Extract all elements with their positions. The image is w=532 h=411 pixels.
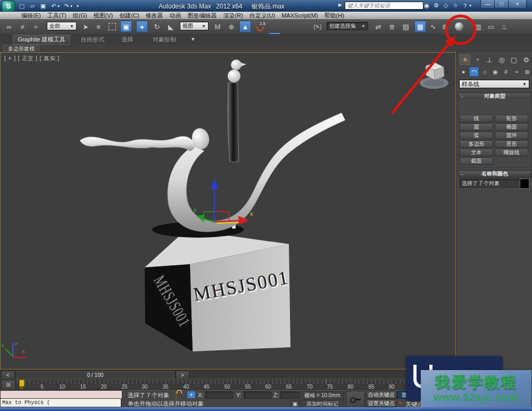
curve-editor-icon[interactable]: ∿ <box>427 21 439 32</box>
undo-dropdown-icon[interactable]: ▾ <box>56 2 61 10</box>
category-systems-icon[interactable]: ⊞ <box>522 67 532 77</box>
shape-button-helix[interactable]: 螺旋线 <box>495 149 528 156</box>
new-file-icon[interactable]: ▢ <box>17 2 27 10</box>
menu-edit[interactable]: 编辑(E) <box>18 12 44 20</box>
render-production-icon[interactable]: ♨ <box>498 21 510 32</box>
select-by-name-icon[interactable]: ≡ <box>93 21 104 32</box>
search-input[interactable] <box>345 2 423 10</box>
schematic-view-icon[interactable]: ⊞ <box>439 21 451 32</box>
tab-object-paint[interactable]: 对象绘制 <box>153 36 176 44</box>
menu-animation[interactable]: 动画 <box>167 12 185 20</box>
favorites-icon[interactable]: ☆ <box>451 2 460 10</box>
x-coordinate-field[interactable] <box>205 391 233 399</box>
app-logo-icon[interactable]: S <box>2 1 15 12</box>
auto-key-button[interactable]: 自动关键点 <box>366 391 397 399</box>
time-tag-icon[interactable]: ▣ <box>290 400 300 408</box>
menu-rendering[interactable]: 渲染(R) <box>220 12 246 20</box>
settings-icon[interactable]: ⚙ <box>432 2 440 10</box>
viewport-label[interactable]: [ + ] [ 正交 ] [ 真实 ] <box>4 55 60 62</box>
category-helpers-icon[interactable]: # <box>501 67 511 77</box>
mirror-tool-icon[interactable]: ⇄ <box>372 21 384 32</box>
category-lights-icon[interactable]: ☼ <box>480 67 489 77</box>
selection-lock-icon[interactable] <box>176 392 177 399</box>
menu-modifiers[interactable]: 修改器 <box>143 12 167 20</box>
z-coordinate-field[interactable] <box>280 391 300 399</box>
window-crossing-toggle-icon[interactable]: ▣ <box>120 21 132 32</box>
shape-button-section[interactable]: 截面 <box>460 157 493 165</box>
render-setup-icon[interactable]: ▥ <box>472 21 484 32</box>
windows-taskbar-sliver[interactable] <box>0 407 532 411</box>
shape-button-donut[interactable]: 圆环 <box>495 132 528 139</box>
category-cameras-icon[interactable]: ◉ <box>491 67 500 77</box>
select-and-scale-icon[interactable]: ◣ <box>165 21 177 32</box>
reference-coordsys-dropdown[interactable]: 视图▼ <box>180 22 209 30</box>
viewcube-widget[interactable] <box>420 63 448 89</box>
qat-overflow-icon[interactable]: ▾ <box>76 2 80 10</box>
set-key-button[interactable]: 设置关键点 <box>366 399 397 407</box>
communication-center-icon[interactable]: ◇ <box>442 2 450 10</box>
menu-maxscript[interactable]: MAXScript(M) <box>278 12 321 19</box>
layer-manager-icon[interactable]: ▤ <box>400 21 412 32</box>
close-button[interactable]: × <box>508 0 527 9</box>
redo-dropdown-icon[interactable]: ▾ <box>69 2 73 10</box>
maxscript-listener-field[interactable]: Max to Physcs ( <box>0 398 121 407</box>
menu-help[interactable]: 帮助(H) <box>321 12 347 20</box>
category-geometry-icon[interactable]: ● <box>459 67 468 77</box>
category-shapes-icon[interactable]: ◠ <box>469 67 479 77</box>
object-color-swatch[interactable] <box>520 179 529 189</box>
shape-button-text[interactable]: 文本 <box>460 149 493 156</box>
shape-button-arc[interactable]: 弧 <box>460 132 493 139</box>
panel-polygon-modeling[interactable]: 多边形建模 <box>3 45 39 52</box>
frame-indicator[interactable]: 0 / 100 <box>15 371 176 379</box>
select-and-rotate-icon[interactable]: ↻ <box>151 21 163 32</box>
prev-frame-button[interactable]: < <box>1 371 15 379</box>
tab-graphite-modeling[interactable]: Graphite 建模工具 <box>13 35 70 45</box>
shape-button-line[interactable]: 线 <box>460 115 493 122</box>
shape-button-star[interactable]: 星形 <box>495 140 528 148</box>
shape-button-ellipse[interactable]: 椭圆 <box>495 123 528 131</box>
selection-filter-dropdown[interactable]: 全部▼ <box>47 22 77 30</box>
set-keys-button[interactable] <box>346 391 365 408</box>
shape-category-dropdown[interactable]: 样条线 ▼ <box>459 80 529 88</box>
align-icon[interactable]: ≣ <box>386 21 398 32</box>
viewport[interactable]: MHSJS001 MHSJS001 MHSJS001 MHSJS001 <box>0 52 456 370</box>
minimize-button[interactable]: — <box>480 0 495 9</box>
y-coordinate-field[interactable] <box>244 391 271 399</box>
graphite-ribbon-toggle-icon[interactable]: ▦ <box>414 21 426 32</box>
panel-tab-modify-icon[interactable]: ◔ <box>472 54 483 65</box>
menu-views[interactable]: 视图(V) <box>90 12 117 20</box>
unlink-selection-icon[interactable]: ≠ <box>16 21 28 32</box>
add-time-tag[interactable]: 添加时间标记 <box>301 400 344 408</box>
panel-tab-hierarchy-icon[interactable]: ⊥ <box>484 54 495 65</box>
tab-freeform[interactable]: 自由形式 <box>81 36 104 44</box>
menu-create[interactable]: 创建(C) <box>116 12 142 20</box>
search-icon[interactable]: ◉ <box>422 2 431 10</box>
panel-tab-utilities-icon[interactable]: ⚙ <box>521 54 531 65</box>
maximize-button[interactable]: □ <box>494 0 509 9</box>
menu-graph-editors[interactable]: 图形编辑器 <box>185 12 220 20</box>
absolute-mode-icon[interactable]: + <box>187 391 195 398</box>
category-spacewarps-icon[interactable]: ≈ <box>512 67 521 77</box>
sculpture-figure[interactable] <box>80 60 345 238</box>
menu-group[interactable]: 组(G) <box>70 12 90 20</box>
select-object-icon[interactable]: ➤ <box>80 21 92 32</box>
rollout-name-color-header[interactable]: - 名称和颜色 <box>458 170 531 178</box>
search-expand-icon[interactable]: ▶ <box>338 2 342 7</box>
menu-tools[interactable]: 工具(T) <box>44 12 70 20</box>
open-file-icon[interactable]: ▱ <box>28 2 37 10</box>
shape-button-ngon[interactable]: 多边形 <box>460 140 493 148</box>
save-file-icon[interactable]: ▣ <box>38 2 48 10</box>
material-editor-icon[interactable] <box>453 21 465 32</box>
next-frame-button[interactable]: > <box>176 371 189 379</box>
select-and-manipulate-icon[interactable]: ▲ <box>239 21 251 32</box>
pedestal-cube[interactable]: MHSJS001 MHSJS001 MHSJS001 MHSJS001 <box>145 230 292 351</box>
select-and-move-icon[interactable]: + <box>136 21 148 32</box>
tab-selection[interactable]: 选择 <box>121 36 133 44</box>
bind-to-spacewarp-icon[interactable]: ≈ <box>30 21 41 32</box>
help-dropdown-icon[interactable]: ▾ <box>468 2 472 10</box>
use-pivot-center-icon[interactable]: ⊕ <box>226 21 237 32</box>
object-name-field[interactable] <box>460 179 521 188</box>
selection-region-icon[interactable] <box>106 21 118 32</box>
rendered-frame-window-icon[interactable]: ▭ <box>485 21 497 32</box>
panel-tab-display-icon[interactable]: ▢ <box>509 54 519 65</box>
